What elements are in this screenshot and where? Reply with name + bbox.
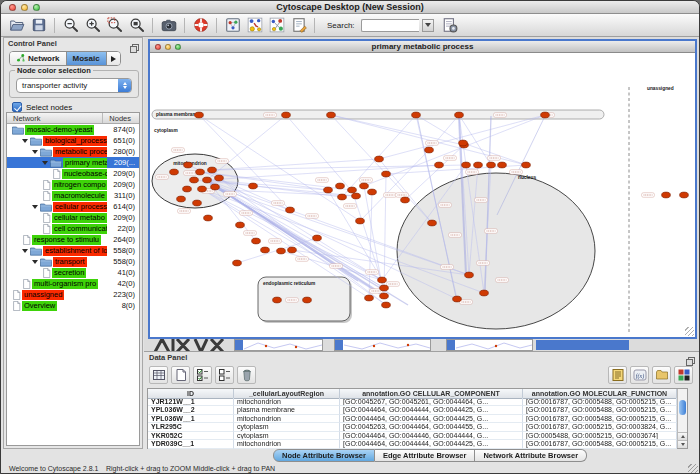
graph-node[interactable] (211, 184, 220, 190)
tree-item-overview[interactable]: Overview8(0) (7, 300, 139, 311)
graph-node[interactable] (465, 272, 474, 278)
table-cell[interactable]: mitochondrion (234, 440, 340, 449)
graph-node[interactable] (236, 222, 245, 228)
table-cell[interactable]: [GO:0016787, GO:0005488, GO:0005215, G..… (523, 406, 677, 415)
tree-item-nucleobase-c[interactable]: nucleobase-c209(0) (7, 168, 139, 179)
float-panel-icon[interactable] (130, 39, 139, 57)
graph-node[interactable] (184, 162, 193, 168)
view-resize-grip[interactable] (685, 327, 694, 336)
table-cell[interactable]: mitochondrion (234, 398, 340, 407)
tab-edge-attribute-browser[interactable]: Edge Attribute Browser (375, 449, 475, 462)
tree-item-transport[interactable]: transport558(0) (7, 256, 139, 267)
attribute-list-icon[interactable] (608, 366, 627, 384)
attribute-table-icon[interactable] (149, 366, 168, 384)
window-resize-grip[interactable] (688, 464, 698, 474)
table-cell[interactable]: [GO:0044464, GO:0044446, GO:0044444, G..… (340, 432, 523, 441)
table-cell[interactable]: [GO:0044464, GO:0044444, GO:0044425, G..… (340, 406, 523, 415)
tree-item-cellular-metabo[interactable]: cellular metabo209(0) (7, 212, 139, 223)
graph-node[interactable] (233, 260, 242, 266)
graph-node[interactable] (203, 177, 212, 183)
tree-item-cell-communicat[interactable]: cell communicat22(0) (7, 223, 139, 234)
network-window-titlebar[interactable]: primary metabolic process (150, 41, 695, 53)
table-cell[interactable]: YPL036W__2 (148, 406, 234, 415)
tree-item-establishment-of-lo[interactable]: establishment of lo558(0) (7, 245, 139, 256)
graph-node[interactable] (498, 162, 507, 168)
select-attributes-icon[interactable] (193, 366, 212, 384)
tree-item-mosaic-demo-yeast[interactable]: mosaic-demo-yeast874(0) (7, 124, 139, 135)
expander-icon[interactable] (22, 139, 28, 143)
graph-node[interactable] (487, 162, 496, 168)
graph-node[interactable] (195, 112, 204, 118)
expander-icon[interactable] (32, 260, 38, 264)
graph-node[interactable] (428, 220, 437, 226)
graph-node[interactable] (282, 112, 291, 118)
tree-item-biological-process[interactable]: biological_process651(0) (7, 135, 139, 146)
graph-node[interactable] (190, 177, 199, 183)
table-cell[interactable]: YPL036W__1 (148, 415, 234, 424)
vizmap-discrete-icon[interactable] (245, 16, 264, 35)
graph-node[interactable] (170, 169, 179, 175)
graph-node[interactable] (273, 297, 282, 303)
graph-node[interactable] (356, 218, 365, 224)
graph-node[interactable] (380, 293, 389, 299)
graph-node[interactable] (338, 194, 347, 200)
zoom-selected-icon[interactable] (105, 16, 124, 35)
table-cell[interactable]: YKR052C (148, 432, 234, 441)
expander-icon[interactable] (32, 205, 38, 209)
graph-node[interactable] (462, 162, 471, 168)
graph-node[interactable] (425, 147, 434, 153)
tree-item-primary-metabo[interactable]: primary metabo209(... (7, 157, 139, 168)
zoom-in-icon[interactable] (83, 16, 102, 35)
graph-node[interactable] (324, 187, 333, 193)
graph-node[interactable] (204, 215, 213, 221)
graph-node[interactable] (193, 200, 202, 206)
table-cell[interactable]: cytoplasm (234, 432, 340, 441)
graph-node[interactable] (365, 295, 374, 301)
tab-overflow-button[interactable] (107, 52, 120, 65)
tree-item-cellular-process[interactable]: cellular process614(0) (7, 201, 139, 212)
tree-item-secretion[interactable]: secretion41(0) (7, 267, 139, 278)
graph-node[interactable] (249, 183, 258, 189)
graph-node[interactable] (435, 162, 444, 168)
table-cell[interactable]: [GO:0016787, GO:0005488, GO:0005215, G..… (523, 398, 677, 407)
expander-icon[interactable] (22, 249, 28, 253)
graph-node[interactable] (522, 162, 531, 168)
table-cell[interactable]: [GO:0016787, GO:0005488, GO:0005215, G..… (523, 440, 677, 449)
tree-header[interactable]: Network Nodes (7, 113, 139, 124)
graph-node[interactable] (286, 207, 295, 213)
tree-item-metabolic-process[interactable]: metabolic process280(0) (7, 146, 139, 157)
tree-item-unassigned[interactable]: unassigned223(0) (7, 289, 139, 300)
graph-node[interactable] (288, 247, 297, 253)
table-cell[interactable]: mitochondrion (234, 415, 340, 424)
search-dropdown-button[interactable] (422, 19, 434, 32)
table-cell[interactable]: [GO:0016787, GO:0005488, GO:0005215, G..… (523, 415, 677, 424)
import-attributes-icon[interactable] (652, 366, 671, 384)
open-session-icon[interactable] (7, 16, 26, 35)
graph-node[interactable] (378, 277, 387, 283)
tab-network-attribute-browser[interactable]: Network Attribute Browser (475, 449, 587, 462)
table-cell[interactable]: YJR121W__1 (148, 398, 234, 407)
graph-node[interactable] (198, 186, 207, 192)
zoom-out-icon[interactable] (61, 16, 80, 35)
background-window-edge[interactable] (536, 340, 629, 350)
session-settings-icon[interactable] (441, 16, 460, 35)
zoom-fit-icon[interactable] (127, 16, 146, 35)
graph-node[interactable] (177, 196, 186, 202)
table-cell[interactable]: plasma membrane (234, 406, 340, 415)
tree-item-nitrogen-compo[interactable]: nitrogen compo209(0) (7, 179, 139, 190)
graph-node[interactable] (313, 235, 322, 241)
table-cell[interactable]: [GO:0005488, GO:0005215, GO:0003674] (523, 432, 677, 441)
table-cell[interactable]: [GO:0016787, GO:0005215, GO:0003824, G..… (523, 423, 677, 432)
tab-node-attribute-browser[interactable]: Node Attribute Browser (273, 449, 375, 462)
graph-node[interactable] (327, 112, 336, 118)
graph-node[interactable] (368, 189, 377, 195)
graph-node[interactable] (208, 167, 217, 173)
graph-node[interactable] (303, 297, 312, 303)
graph-node[interactable] (360, 183, 369, 189)
graph-node[interactable] (455, 112, 464, 118)
table-cell[interactable]: cytoplasm (234, 423, 340, 432)
graph-node[interactable] (348, 187, 357, 193)
graph-node[interactable] (474, 162, 483, 168)
graph-node[interactable] (261, 247, 270, 253)
tree-item-macromolecule[interactable]: macromolecule311(0) (7, 190, 139, 201)
